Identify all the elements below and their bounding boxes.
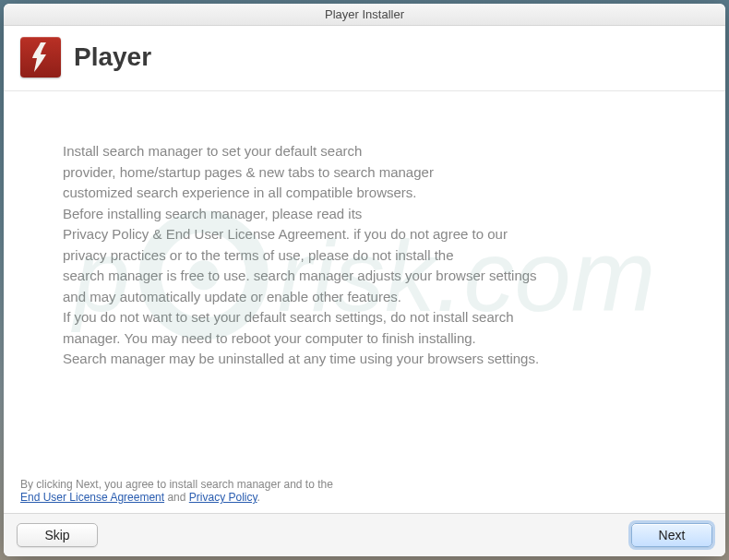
body-text: Install search manager to set your defau…	[63, 141, 675, 370]
content-area: p risk.com Install search manager to set…	[4, 91, 725, 474]
installer-window: Player Installer Player p risk.com Insta…	[4, 4, 725, 556]
flash-icon	[20, 37, 61, 77]
titlebar: Player Installer	[4, 4, 725, 26]
consent-suffix: .	[257, 491, 260, 504]
skip-button[interactable]: Skip	[17, 523, 98, 547]
consent-text: By clicking Next, you agree to install s…	[4, 474, 725, 513]
privacy-link[interactable]: Privacy Policy	[189, 491, 257, 504]
eula-link[interactable]: End User License Agreement	[20, 491, 164, 504]
window-title: Player Installer	[325, 7, 404, 21]
consent-and: and	[164, 491, 189, 504]
consent-prefix: By clicking Next, you agree to install s…	[20, 478, 333, 491]
footer: Skip Next	[4, 513, 725, 556]
header: Player	[4, 26, 725, 91]
app-title: Player	[74, 42, 151, 72]
next-button[interactable]: Next	[631, 523, 712, 547]
